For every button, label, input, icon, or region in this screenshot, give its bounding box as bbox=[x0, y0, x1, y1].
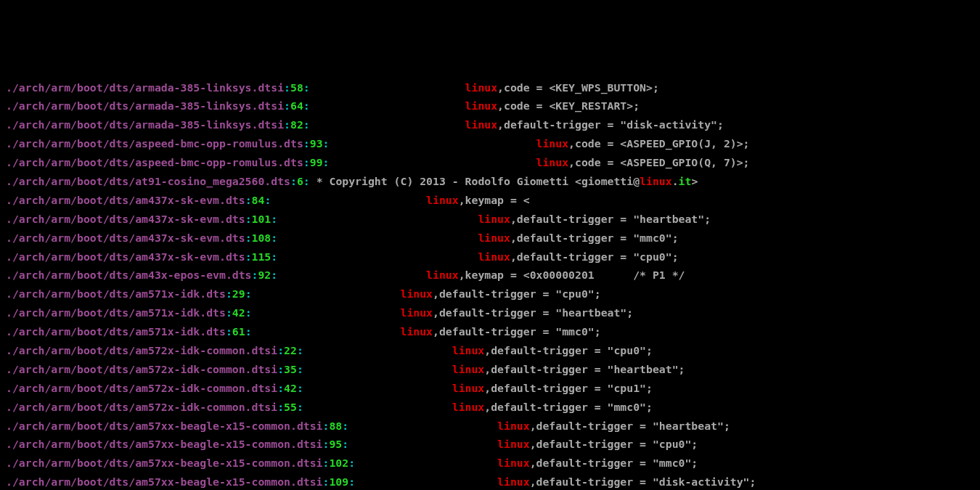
match-suffix: ,default-trigger = "cpu0"; bbox=[510, 250, 679, 263]
match-suffix: ,default-trigger = "cpu1"; bbox=[484, 382, 653, 394]
match-keyword: linux bbox=[465, 99, 498, 112]
line-number: 108 bbox=[252, 232, 271, 244]
leading-pad bbox=[277, 250, 478, 263]
leading-pad bbox=[277, 232, 478, 244]
match-suffix: ,default-trigger = "disk-activity"; bbox=[497, 118, 724, 131]
match-keyword: linux bbox=[536, 137, 569, 150]
match-suffix: ,default-trigger = "mmc0"; bbox=[510, 232, 679, 244]
file-path: ./arch/arm/boot/dts/am437x-sk-evm.dts bbox=[6, 194, 245, 206]
match-keyword: linux bbox=[452, 363, 485, 375]
separator-colon: : bbox=[226, 325, 232, 338]
file-path: ./arch/arm/boot/dts/am57xx-beagle-x15-co… bbox=[6, 457, 323, 469]
line-number: 42 bbox=[232, 306, 245, 319]
match-keyword: linux bbox=[497, 420, 530, 432]
grep-result-line: ./arch/arm/boot/dts/am572x-idk-common.dt… bbox=[6, 341, 974, 360]
separator-colon: : bbox=[303, 156, 310, 168]
grep-result-line: ./arch/arm/boot/dts/at91-cosino_mega2560… bbox=[6, 172, 974, 191]
match-prefix: * Copyright (C) 2013 - Rodolfo Giometti … bbox=[317, 175, 640, 187]
separator-colon: : bbox=[245, 325, 252, 338]
separator-colon: : bbox=[226, 306, 232, 319]
grep-result-line: ./arch/arm/boot/dts/am57xx-beagle-x15-co… bbox=[6, 435, 974, 454]
separator-colon: : bbox=[348, 457, 355, 469]
match-suffix: ,default-trigger = "cpu0"; bbox=[433, 287, 601, 300]
separator-colon: : bbox=[271, 250, 277, 263]
leading-pad bbox=[271, 194, 426, 206]
match-suffix: ,default-trigger = "heartbeat"; bbox=[484, 363, 685, 375]
terminal-output: ./arch/arm/boot/dts/armada-385-linksys.d… bbox=[6, 78, 974, 490]
match-keyword: linux bbox=[478, 213, 510, 225]
separator-colon: : bbox=[297, 401, 303, 413]
match-suffix: ,code = <KEY_WPS_BUTTON>; bbox=[497, 81, 659, 94]
line-number: 115 bbox=[252, 250, 271, 263]
match-suffix: ,default-trigger = "heartbeat"; bbox=[433, 306, 633, 319]
grep-result-line: ./arch/arm/boot/dts/am571x-idk.dts:42: l… bbox=[6, 303, 974, 322]
separator-colon: : bbox=[245, 250, 252, 263]
file-path: ./arch/arm/boot/dts/am572x-idk-common.dt… bbox=[6, 401, 277, 413]
leading-pad bbox=[355, 475, 497, 488]
leading-pad bbox=[277, 269, 426, 281]
match-suffix: ,code = <ASPEED_GPIO(Q, 7)>; bbox=[568, 156, 749, 168]
line-number: 35 bbox=[284, 363, 297, 375]
file-path: ./arch/arm/boot/dts/am572x-idk-common.dt… bbox=[6, 344, 277, 356]
separator-colon: : bbox=[290, 175, 297, 187]
grep-result-line: ./arch/arm/boot/dts/am572x-idk-common.dt… bbox=[6, 360, 974, 379]
leading-pad bbox=[303, 344, 452, 356]
file-path: ./arch/arm/boot/dts/am437x-sk-evm.dts bbox=[6, 213, 245, 225]
leading-pad bbox=[277, 213, 478, 225]
line-number: 95 bbox=[329, 438, 342, 450]
file-path: ./arch/arm/boot/dts/am57xx-beagle-x15-co… bbox=[6, 438, 323, 450]
file-path: ./arch/arm/boot/dts/am43x-epos-evm.dts bbox=[6, 269, 252, 281]
separator-colon: : bbox=[271, 213, 277, 225]
file-path: ./arch/arm/boot/dts/aspeed-bmc-opp-romul… bbox=[6, 156, 303, 168]
file-path: ./arch/arm/boot/dts/am437x-sk-evm.dts bbox=[6, 232, 245, 244]
file-path: ./arch/arm/boot/dts/armada-385-linksys.d… bbox=[6, 99, 284, 112]
separator-colon: : bbox=[297, 363, 303, 375]
separator-colon: : bbox=[264, 194, 271, 206]
file-path: ./arch/arm/boot/dts/at91-cosino_mega2560… bbox=[6, 175, 290, 187]
leading-pad bbox=[303, 382, 452, 394]
separator-colon: : bbox=[284, 99, 290, 112]
match-keyword: linux bbox=[452, 382, 485, 394]
separator-colon: : bbox=[303, 137, 310, 150]
match-keyword: linux bbox=[497, 438, 530, 450]
match-keyword: linux bbox=[400, 306, 433, 319]
line-number: 6 bbox=[297, 175, 303, 187]
line-number: 109 bbox=[329, 475, 348, 488]
line-number: 22 bbox=[284, 344, 297, 356]
grep-result-line: ./arch/arm/boot/dts/armada-385-linksys.d… bbox=[6, 115, 974, 134]
leading-pad bbox=[348, 438, 497, 450]
leading-pad bbox=[310, 81, 465, 94]
match-keyword: linux bbox=[478, 232, 510, 244]
file-path: ./arch/arm/boot/dts/am571x-idk.dts bbox=[6, 306, 226, 319]
match-keyword: linux bbox=[465, 118, 498, 131]
separator-colon: : bbox=[245, 213, 252, 225]
separator-colon: : bbox=[297, 344, 303, 356]
file-path: ./arch/arm/boot/dts/am572x-idk-common.dt… bbox=[6, 363, 277, 375]
grep-result-line: ./arch/arm/boot/dts/am572x-idk-common.dt… bbox=[6, 398, 974, 417]
leading-pad bbox=[252, 306, 401, 319]
file-path: ./arch/arm/boot/dts/aspeed-bmc-opp-romul… bbox=[6, 137, 303, 150]
match-suffix: ,default-trigger = "mmc0"; bbox=[433, 325, 601, 338]
leading-pad bbox=[310, 175, 317, 187]
separator-colon: : bbox=[348, 475, 355, 488]
match-tail: > bbox=[691, 175, 698, 187]
match-suffix: ,keymap = <0x00000201 /* P1 */ bbox=[459, 269, 685, 281]
separator-colon: : bbox=[277, 363, 284, 375]
match-keyword: linux bbox=[536, 156, 569, 168]
line-number: 99 bbox=[310, 156, 323, 168]
match-suffix: ,code = <KEY_RESTART>; bbox=[497, 99, 640, 112]
match-keyword: linux bbox=[640, 175, 672, 187]
match-keyword: linux bbox=[478, 250, 510, 263]
separator-colon: : bbox=[245, 287, 252, 300]
leading-pad bbox=[329, 137, 536, 150]
separator-colon: : bbox=[303, 118, 310, 131]
leading-pad bbox=[303, 363, 452, 375]
separator-colon: : bbox=[277, 401, 284, 413]
separator-colon: : bbox=[342, 438, 348, 450]
match-suffix: ,default-trigger = "heartbeat"; bbox=[530, 420, 730, 432]
separator-colon: : bbox=[284, 81, 290, 94]
match-keyword: linux bbox=[497, 457, 530, 469]
match-suffix: ,default-trigger = "cpu0"; bbox=[484, 344, 653, 356]
leading-pad bbox=[310, 99, 465, 112]
grep-result-line: ./arch/arm/boot/dts/armada-385-linksys.d… bbox=[6, 97, 974, 115]
